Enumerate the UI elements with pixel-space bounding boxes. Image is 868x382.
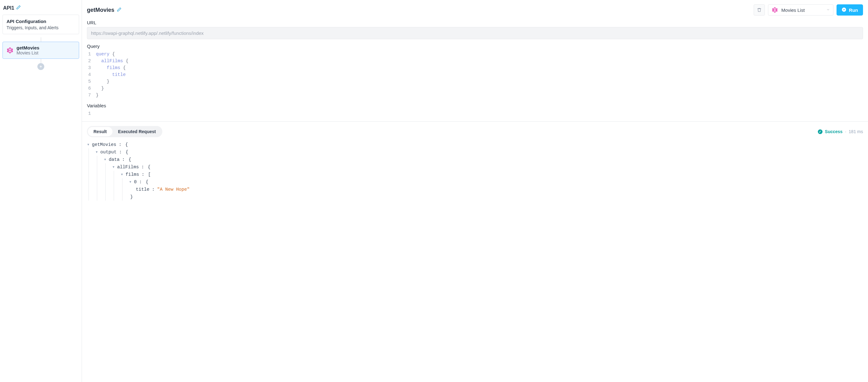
variables-label: Variables: [87, 103, 863, 108]
svg-point-5: [7, 48, 8, 49]
svg-point-8: [777, 10, 778, 11]
query-editor[interactable]: 1 2 3 4 5 6 7 query { allFilms { films {…: [87, 51, 863, 99]
query-section: Query 1 2 3 4 5 6 7 query { allFilms { f…: [82, 42, 868, 101]
status-badge: ✓ Success · 181 ms: [818, 129, 863, 134]
code-gutter: 1: [88, 110, 96, 117]
svg-point-2: [12, 51, 13, 52]
caret-icon[interactable]: ▾: [129, 178, 133, 186]
svg-point-3: [10, 53, 10, 54]
tab-executed-request[interactable]: Executed Request: [113, 127, 161, 136]
url-label: URL: [87, 20, 863, 25]
api-node-getmovies[interactable]: getMovies Movies List: [2, 42, 79, 59]
variables-section: Variables 1: [82, 101, 868, 119]
variables-editor[interactable]: 1: [87, 110, 863, 117]
node-subtitle: Movies List: [17, 50, 39, 56]
code-gutter: 1 2 3 4 5 6 7: [88, 51, 96, 99]
svg-point-4: [7, 51, 8, 52]
api-name: API1: [3, 5, 14, 11]
caret-icon[interactable]: ▾: [95, 148, 99, 156]
chevron-down-icon: [826, 7, 830, 12]
status-time: 181 ms: [849, 129, 863, 134]
graphql-icon: [771, 6, 778, 13]
play-icon: [841, 7, 846, 13]
node-text: getMovies Movies List: [17, 45, 39, 56]
api-config-card[interactable]: API Configuration Triggers, Inputs, and …: [2, 14, 79, 34]
query-label: Query: [87, 43, 863, 49]
edit-icon[interactable]: [117, 7, 122, 13]
status-text: Success: [825, 129, 843, 134]
url-section: URL: [82, 18, 868, 42]
main-panel: getMovies Movies List: [82, 0, 868, 382]
main-header: getMovies Movies List: [82, 0, 868, 18]
svg-point-9: [775, 12, 775, 13]
block-title: getMovies: [87, 7, 114, 13]
check-icon: ✓: [818, 129, 823, 134]
edit-icon[interactable]: [16, 5, 21, 11]
api-name-header: API1: [2, 5, 79, 14]
result-tabs: Result Executed Request: [87, 126, 162, 137]
page-title: getMovies: [87, 7, 750, 13]
node-title: getMovies: [17, 45, 39, 50]
caret-icon[interactable]: ▾: [121, 171, 124, 178]
url-input[interactable]: [87, 27, 863, 39]
api-config-subtitle: Triggers, Inputs, and Alerts: [6, 25, 75, 30]
code-content: query { allFilms { films { title } } }: [96, 51, 863, 99]
resource-select[interactable]: Movies List: [768, 4, 833, 15]
svg-point-7: [777, 8, 778, 9]
svg-point-11: [772, 8, 773, 9]
svg-point-10: [772, 10, 773, 11]
run-button[interactable]: Run: [837, 4, 863, 15]
result-tree[interactable]: ▾getMovies:{ ▾output:{ ▾data:{ ▾allFilms…: [87, 141, 863, 201]
svg-point-1: [12, 48, 13, 49]
caret-icon[interactable]: ▾: [87, 141, 91, 148]
api-config-title: API Configuration: [6, 19, 75, 24]
graphql-icon: [6, 47, 13, 54]
sidebar: API1 API Configuration Triggers, Inputs,…: [0, 0, 82, 382]
connector-line: [41, 59, 41, 63]
svg-point-0: [10, 47, 10, 48]
caret-icon[interactable]: ▾: [104, 156, 107, 163]
result-panel: Result Executed Request ✓ Success · 181 …: [82, 121, 868, 382]
resource-select-label: Movies List: [781, 7, 823, 13]
delete-button[interactable]: [754, 4, 765, 15]
add-node-button[interactable]: [37, 63, 44, 70]
tab-result[interactable]: Result: [88, 127, 113, 136]
run-label: Run: [849, 7, 858, 13]
connector-line: [41, 37, 41, 42]
svg-point-6: [775, 7, 775, 8]
caret-icon[interactable]: ▾: [112, 163, 116, 171]
